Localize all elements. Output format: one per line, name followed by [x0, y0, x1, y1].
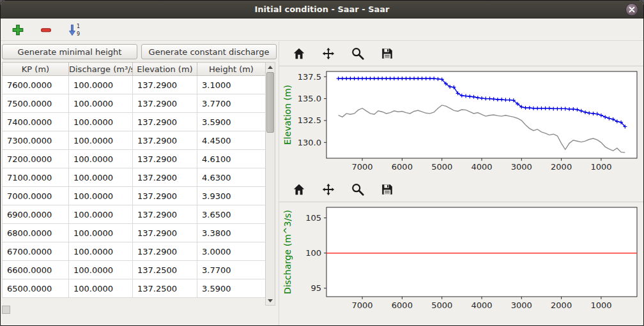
table-cell[interactable]: 137.2900: [133, 224, 197, 242]
table-cell[interactable]: 6600.0000: [3, 261, 69, 279]
generate-buttons-row: Generate minimal height Generate constan…: [1, 41, 278, 59]
table-cell[interactable]: 137.2900: [133, 76, 197, 94]
pan-button[interactable]: [320, 45, 337, 62]
table-body: 7600.0000100.0000137.29003.10007500.0000…: [3, 76, 266, 298]
generate-constant-discharge-button[interactable]: Generate constant discharge: [141, 44, 277, 59]
initial-condition-window: Initial condition - Saar - Saar 1 9: [0, 0, 644, 326]
table-cell[interactable]: 7100.0000: [3, 168, 69, 187]
window-title: Initial condition - Saar - Saar: [254, 4, 389, 14]
zoom-button[interactable]: [349, 45, 366, 62]
header-kp[interactable]: KP (m): [3, 63, 69, 76]
table-cell[interactable]: 137.2900: [133, 242, 197, 261]
table-cell[interactable]: 100.0000: [69, 205, 133, 224]
table-cell[interactable]: 100.0000: [69, 76, 133, 94]
scrollbar-thumb[interactable]: [266, 72, 274, 133]
svg-text:1: 1: [77, 24, 80, 29]
table-cell[interactable]: 100.0000: [69, 224, 133, 242]
scroll-up-button[interactable]: [266, 63, 275, 71]
zoom-button[interactable]: [349, 181, 366, 198]
table-cell[interactable]: 137.2900: [133, 113, 197, 131]
table-cell[interactable]: 3.3800: [197, 224, 266, 242]
svg-text:7000: 7000: [352, 300, 373, 310]
table-cell[interactable]: 4.4500: [197, 131, 266, 150]
scroll-down-button[interactable]: [266, 296, 275, 305]
charts-panel: 7000600050004000300020001000130.0132.513…: [279, 41, 643, 325]
table-cell[interactable]: 100.0000: [69, 261, 133, 279]
table-cell[interactable]: 137.2900: [133, 94, 197, 113]
table-cell[interactable]: 6900.0000: [3, 205, 69, 224]
table-cell[interactable]: 3.5900: [197, 113, 266, 131]
table-cell[interactable]: 100.0000: [69, 168, 133, 187]
initial-condition-table: KP (m) Discharge (m³/s) Elevation (m) He…: [2, 62, 266, 298]
table-row: 6600.0000100.0000137.25003.7700: [3, 261, 266, 279]
table-cell[interactable]: 3.9300: [197, 187, 266, 205]
table-cell[interactable]: 7500.0000: [3, 94, 69, 113]
table-cell[interactable]: 7600.0000: [3, 76, 69, 94]
table-cell[interactable]: 3.1000: [197, 76, 266, 94]
table-cell[interactable]: 7400.0000: [3, 113, 69, 131]
horizontal-scrollbar-stub[interactable]: [2, 306, 10, 314]
home-button[interactable]: [291, 181, 307, 198]
svg-text:4000: 4000: [471, 300, 492, 310]
table-cell[interactable]: 100.0000: [69, 242, 133, 261]
save-icon: [380, 182, 394, 196]
svg-text:3000: 3000: [511, 300, 532, 310]
table-cell[interactable]: 137.2900: [133, 205, 197, 224]
header-height[interactable]: Height (m): [197, 63, 266, 76]
table-cell[interactable]: 4.6100: [197, 150, 266, 168]
home-button[interactable]: [291, 45, 307, 62]
table-cell[interactable]: 100.0000: [69, 113, 133, 131]
table-vertical-scrollbar[interactable]: [265, 62, 275, 306]
add-row-button[interactable]: [10, 22, 26, 38]
table-cell[interactable]: 137.2900: [133, 187, 197, 205]
svg-text:6000: 6000: [392, 162, 413, 172]
close-button[interactable]: [625, 3, 638, 16]
svg-text:4000: 4000: [471, 162, 492, 172]
elevation-chart[interactable]: 7000600050004000300020001000130.0132.513…: [279, 66, 643, 176]
minus-icon: [40, 24, 52, 36]
table-cell[interactable]: 137.2500: [133, 261, 197, 279]
table-row: 6800.0000100.0000137.29003.3800: [3, 224, 266, 242]
table-cell[interactable]: 7200.0000: [3, 150, 69, 168]
save-button[interactable]: [379, 45, 395, 62]
svg-text:2000: 2000: [551, 162, 572, 172]
arrow-down-icon: [268, 299, 273, 302]
table-row: 7500.0000100.0000137.29003.7700: [3, 94, 266, 113]
table-cell[interactable]: 3.6500: [197, 205, 266, 224]
table-cell[interactable]: 100.0000: [69, 131, 133, 150]
table-row: 6700.0000100.0000137.29003.0000: [3, 242, 266, 261]
table-cell[interactable]: 137.2500: [133, 279, 197, 298]
generate-minimal-height-button[interactable]: Generate minimal height: [2, 44, 137, 59]
svg-text:95: 95: [310, 283, 321, 293]
table-cell[interactable]: 100.0000: [69, 150, 133, 168]
svg-text:Elevation (m): Elevation (m): [282, 85, 293, 145]
discharge-chart[interactable]: 700060005000400030002000100095100105Disc…: [279, 202, 643, 315]
zoom-icon: [351, 47, 365, 61]
table-cell[interactable]: 4.6300: [197, 168, 266, 187]
table-cell[interactable]: 137.2900: [133, 131, 197, 150]
table-cell[interactable]: 100.0000: [69, 279, 133, 298]
header-elevation[interactable]: Elevation (m): [133, 63, 197, 76]
pan-button[interactable]: [320, 181, 337, 198]
header-discharge[interactable]: Discharge (m³/s): [69, 63, 133, 76]
table-cell[interactable]: 100.0000: [69, 187, 133, 205]
table-cell[interactable]: 3.5900: [197, 279, 266, 298]
table-cell[interactable]: 3.7700: [197, 261, 266, 279]
titlebar[interactable]: Initial condition - Saar - Saar: [1, 1, 643, 19]
remove-row-button[interactable]: [38, 22, 54, 38]
save-button[interactable]: [379, 181, 395, 198]
table-cell[interactable]: 6700.0000: [3, 242, 69, 261]
pan-icon: [321, 47, 335, 61]
table-cell[interactable]: 6800.0000: [3, 224, 69, 242]
table-row: 7300.0000100.0000137.29004.4500: [3, 131, 266, 150]
table-cell[interactable]: 3.7700: [197, 94, 266, 113]
table-cell[interactable]: 6500.0000: [3, 279, 69, 298]
table-cell[interactable]: 3.0000: [197, 242, 266, 261]
table-cell[interactable]: 137.2900: [133, 168, 197, 187]
svg-text:5000: 5000: [431, 300, 452, 310]
table-cell[interactable]: 137.2900: [133, 150, 197, 168]
table-cell[interactable]: 100.0000: [69, 94, 133, 113]
table-cell[interactable]: 7300.0000: [3, 131, 69, 150]
sort-button[interactable]: 1 9: [66, 22, 82, 38]
table-cell[interactable]: 7000.0000: [3, 187, 69, 205]
